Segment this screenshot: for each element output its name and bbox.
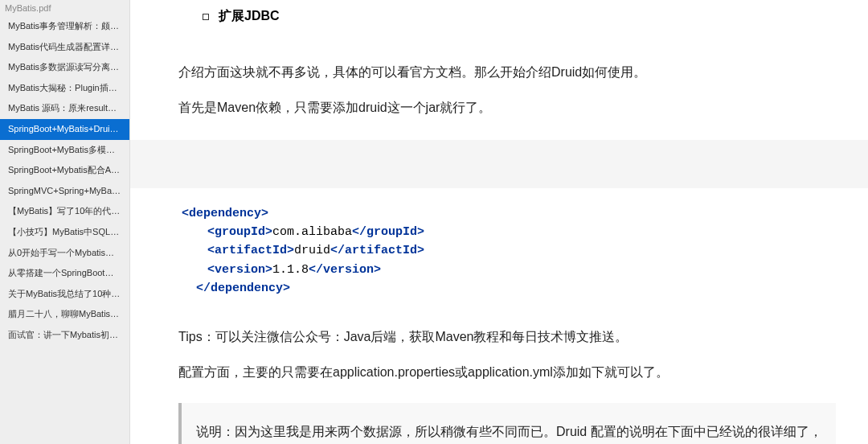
sidebar-item-14[interactable]: 腊月二十八，聊聊MyBatis… [0,304,129,325]
sidebar-item-11[interactable]: 从0开始手写一个Mybatis… [0,243,129,264]
sidebar-item-4[interactable]: MyBatis 源码：原来resultM… [0,98,129,119]
sidebar-item-15[interactable]: 面试官：讲一下Mybatis初… [0,325,129,346]
note-box: 说明：因为这里我是用来两个数据源，所以稍微有些不同而已。Druid 配置的说明在… [178,403,836,444]
note-text: 说明：因为这里我是用来两个数据源，所以稍微有些不同而已。Druid 配置的说明在… [196,425,822,444]
sidebar-item-2[interactable]: MyBatis多数据源读写分离… [0,57,129,78]
sidebar-item-12[interactable]: 从零搭建一个SpringBoot… [0,263,129,284]
sidebar-title: MyBatis.pdf [0,0,129,16]
xml-tag: </version> [309,263,381,277]
paragraph-config: 配置方面，主要的只需要在application.properties或appli… [178,357,836,388]
sidebar-list: MyBatis事务管理解析：颇…MyBatis代码生成器配置详…MyBatis多… [0,16,129,346]
xml-text: 1.1.8 [272,263,309,277]
bullet-text: 扩展JDBC [219,8,280,25]
sidebar-item-13[interactable]: 关于MyBatis我总结了10种… [0,284,129,305]
sidebar-item-5[interactable]: SpringBoot+MyBatis+Drui… [0,119,129,140]
sidebar-item-8[interactable]: SpringMVC+Spring+MyBa… [0,181,129,202]
content-area[interactable]: 扩展JDBC 介绍方面这块就不再多说，具体的可以看官方文档。那么开始介绍Drui… [130,0,868,444]
code-block-dependency: <dependency> <groupId>com.alibaba</group… [182,204,836,298]
section-divider [130,140,868,188]
xml-tag: <artifactId> [207,244,294,257]
xml-text: druid [294,244,330,257]
sidebar-item-1[interactable]: MyBatis代码生成器配置详… [0,37,129,58]
paragraph-maven: 首先是Maven依赖，只需要添加druid这一个jar就行了。 [178,92,836,123]
xml-tag: </groupId> [352,225,424,239]
xml-tag: <version> [207,263,272,277]
paragraph-intro: 介绍方面这块就不再多说，具体的可以看官方文档。那么开始介绍Druid如何使用。 [178,57,836,88]
square-bullet-icon [203,14,209,20]
sidebar-item-7[interactable]: SpringBoot+Mybatis配合A… [0,160,129,181]
sidebar-item-0[interactable]: MyBatis事务管理解析：颇… [0,16,129,37]
bullet-item: 扩展JDBC [203,8,836,25]
xml-text: com.alibaba [272,225,352,239]
xml-tag: <dependency> [182,207,268,220]
sidebar-item-10[interactable]: 【小技巧】MyBatis中SQL… [0,222,129,243]
xml-tag: </artifactId> [330,244,424,257]
xml-tag: <groupId> [207,225,272,239]
sidebar-item-6[interactable]: SpringBoot+MyBatis多模… [0,140,129,161]
sidebar: MyBatis.pdf MyBatis事务管理解析：颇…MyBatis代码生成器… [0,0,130,444]
paragraph-tips: Tips：可以关注微信公众号：Java后端，获取Maven教程和每日技术博文推送… [178,322,836,352]
sidebar-item-3[interactable]: MyBatis大揭秘：Plugin插… [0,78,129,99]
xml-tag: </dependency> [196,282,290,295]
sidebar-item-9[interactable]: 【MyBatis】写了10年的代… [0,201,129,222]
